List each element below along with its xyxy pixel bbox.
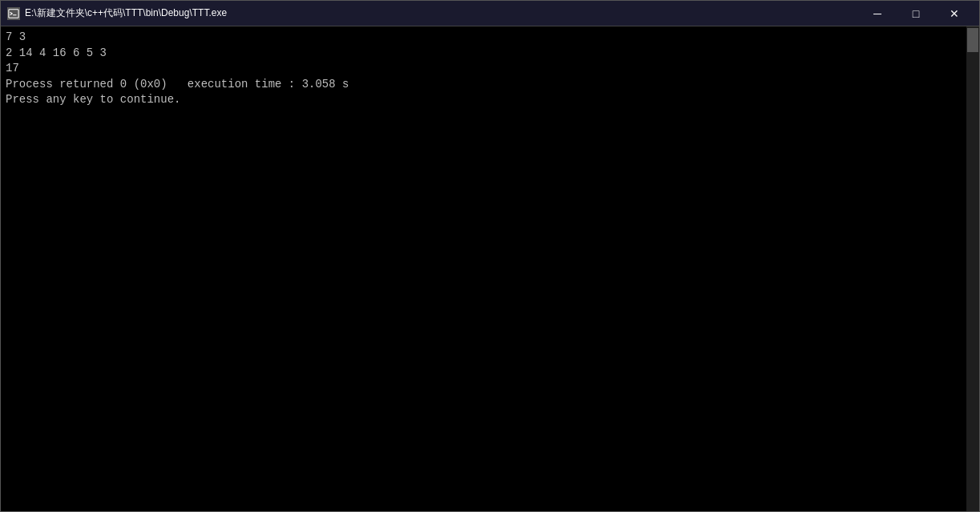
maximize-button[interactable]: □ (897, 2, 934, 26)
console-line-1: 7 3 (6, 30, 974, 46)
console-window: E:\新建文件夹\c++代码\TTT\bin\Debug\TTT.exe ─ □… (0, 0, 980, 512)
scrollbar-thumb[interactable] (967, 28, 978, 52)
window-title: E:\新建文件夹\c++代码\TTT\bin\Debug\TTT.exe (25, 6, 227, 20)
console-line-4: Process returned 0 (0x0) execution time … (6, 77, 974, 93)
minimize-button[interactable]: ─ (859, 2, 896, 26)
console-line-5: Press any key to continue. (6, 92, 974, 108)
console-line-2: 2 14 4 16 6 5 3 (6, 46, 974, 62)
title-bar-left: E:\新建文件夹\c++代码\TTT\bin\Debug\TTT.exe (7, 6, 227, 20)
title-bar-controls: ─ □ ✕ (859, 2, 973, 26)
svg-rect-0 (9, 9, 18, 18)
title-bar: E:\新建文件夹\c++代码\TTT\bin\Debug\TTT.exe ─ □… (1, 1, 979, 26)
console-line-3: 17 (6, 61, 974, 77)
console-output[interactable]: 7 3 2 14 4 16 6 5 3 17 Process returned … (1, 26, 979, 511)
close-button[interactable]: ✕ (936, 2, 973, 26)
scrollbar[interactable] (966, 26, 979, 511)
terminal-icon (7, 7, 20, 20)
